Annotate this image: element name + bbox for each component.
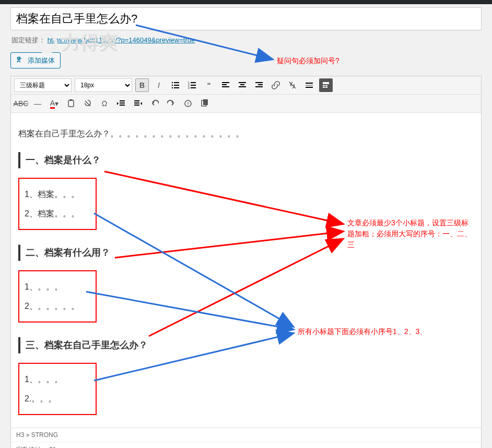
post-title-input[interactable]	[10, 7, 482, 30]
element-path[interactable]: H3 » STRONG	[11, 428, 481, 442]
svg-rect-34	[120, 105, 125, 106]
content-editable-area[interactable]: 档案在自己手里怎么办？。。。。。。。。。。。。。。。。 一、档案是什么？ 1、档…	[11, 113, 481, 428]
svg-rect-24	[306, 87, 313, 88]
fullscreen-button[interactable]	[198, 97, 212, 110]
svg-rect-35	[134, 100, 139, 101]
editor-wrap: 三级标题 18px B I 123 “ ABC — A▾ Ω	[10, 76, 482, 448]
svg-text:3: 3	[188, 86, 190, 89]
media-icon	[16, 55, 25, 65]
content-intro: 档案在自己手里怎么办？。。。。。。。。。。。。。。。。	[18, 127, 474, 141]
svg-rect-14	[222, 84, 227, 85]
svg-rect-41	[203, 99, 208, 105]
svg-rect-27	[325, 85, 327, 86]
svg-point-1	[172, 82, 173, 83]
wordcount-value: 91	[49, 446, 56, 448]
status-bar: H3 » STRONG 字数统计： 91	[11, 428, 481, 448]
text-color-button[interactable]: A▾	[48, 97, 61, 110]
watermark: 力得爽	[37, 30, 118, 56]
svg-rect-13	[222, 82, 229, 83]
svg-rect-8	[191, 82, 196, 83]
svg-rect-10	[191, 85, 196, 86]
box3-line2: 2.。。。	[25, 392, 90, 406]
box2-line2: 2、。。。。。	[25, 299, 90, 313]
box2-line1: 1、。。。	[25, 280, 90, 294]
svg-rect-20	[258, 84, 263, 85]
svg-rect-36	[134, 102, 139, 104]
align-center-button[interactable]	[236, 78, 249, 92]
bullet-list-button[interactable]	[169, 78, 182, 92]
svg-rect-33	[120, 102, 125, 104]
add-media-label: 添加媒体	[28, 56, 55, 65]
toggle-toolbar-button[interactable]	[319, 78, 333, 92]
svg-rect-23	[306, 85, 313, 86]
heading-1: 一、档案是什么？	[18, 152, 474, 168]
redo-button[interactable]	[165, 97, 178, 110]
heading-3: 三、档案在自己手里怎么办？	[18, 337, 474, 353]
italic-button[interactable]: I	[152, 78, 166, 92]
editor-main: 力得爽 固定链接： https://www.bds110.cn/?p=14604…	[0, 4, 492, 448]
box1-line1: 1、档案。。。	[25, 187, 90, 201]
align-left-button[interactable]	[219, 78, 232, 92]
special-char-button[interactable]: Ω	[98, 97, 111, 110]
box1-line2: 2、档案。。。	[25, 206, 90, 221]
indent-button[interactable]	[131, 97, 145, 110]
svg-rect-16	[239, 82, 246, 83]
window-topbar	[0, 0, 492, 4]
heading-select[interactable]: 三级标题	[14, 78, 72, 92]
svg-rect-4	[174, 85, 179, 86]
toolbar-row-2: ABC — A▾ Ω ?	[11, 95, 481, 113]
svg-rect-18	[239, 86, 246, 87]
svg-rect-25	[323, 82, 329, 84]
box3-line1: 1、。。。	[25, 372, 90, 386]
bold-button[interactable]: B	[135, 78, 149, 92]
svg-rect-17	[240, 84, 244, 85]
horizontal-rule-button[interactable]: —	[31, 97, 44, 110]
outdent-button[interactable]	[114, 97, 128, 110]
watermark-logo-icon	[37, 33, 57, 54]
svg-point-5	[172, 87, 173, 88]
annotation-text-1: 疑问句必须加问号?	[277, 56, 339, 66]
strikethrough-button[interactable]: ABC	[14, 97, 28, 110]
svg-rect-37	[134, 105, 139, 106]
unlink-button[interactable]	[286, 78, 299, 92]
svg-rect-6	[174, 87, 179, 88]
svg-rect-26	[323, 85, 325, 86]
fontsize-select[interactable]: 18px	[75, 78, 132, 92]
watermark-text: 力得爽	[62, 30, 118, 56]
svg-text:?: ?	[187, 101, 190, 107]
svg-rect-21	[255, 86, 263, 87]
wordcount: 字数统计： 91	[11, 442, 481, 448]
svg-rect-22	[306, 83, 313, 84]
svg-rect-15	[222, 86, 229, 87]
svg-rect-30	[68, 100, 74, 107]
svg-rect-31	[69, 99, 73, 101]
annotation-box-1: 1、档案。。。 2、档案。。。	[18, 178, 97, 230]
help-button[interactable]: ?	[181, 97, 195, 110]
blockquote-button[interactable]: “	[202, 78, 216, 92]
svg-rect-29	[325, 87, 327, 88]
svg-rect-12	[191, 87, 196, 88]
annotation-box-3: 1、。。。 2.。。。	[18, 363, 97, 415]
annotation-text-3: 所有小标题下面必须有小序号1、2、3、	[298, 327, 427, 337]
svg-point-3	[172, 85, 173, 86]
numbered-list-button[interactable]: 123	[185, 78, 199, 92]
wordcount-label: 字数统计：	[16, 446, 48, 448]
more-button[interactable]	[302, 78, 316, 92]
annotation-text-2: 文章必须最少3个小标题，设置三级标题加粗；必须用大写的序号：一、二、三	[347, 217, 473, 250]
paste-text-button[interactable]	[64, 97, 78, 110]
undo-button[interactable]	[148, 97, 161, 110]
link-button[interactable]	[269, 78, 283, 92]
svg-rect-32	[120, 100, 125, 101]
svg-rect-28	[323, 87, 325, 88]
svg-rect-19	[255, 82, 263, 83]
svg-rect-2	[174, 82, 179, 83]
annotation-box-2: 1、。。。 2、。。。。。	[18, 270, 97, 323]
align-right-button[interactable]	[252, 78, 266, 92]
clear-formatting-button[interactable]	[81, 97, 95, 110]
toolbar-row-1: 三级标题 18px B I 123 “	[11, 76, 481, 95]
